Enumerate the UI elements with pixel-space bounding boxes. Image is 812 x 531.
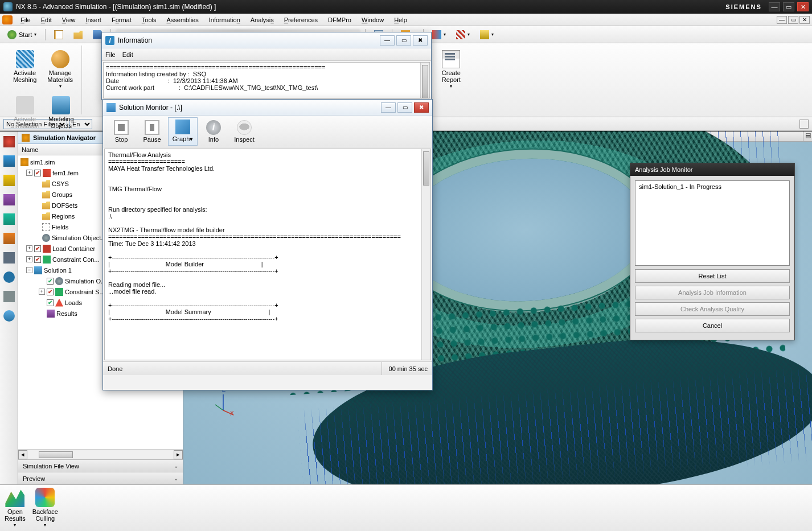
resource-icon-10[interactable] — [3, 310, 15, 322]
accordion-sim-file-view[interactable]: Simulation File View⌄ — [18, 459, 183, 472]
pause-button[interactable]: Pause — [137, 117, 167, 146]
menu-format[interactable]: Format — [107, 15, 136, 24]
info-menu-edit[interactable]: Edit — [122, 51, 133, 58]
start-icon — [7, 30, 17, 39]
mdi-minimize-button[interactable]: — — [777, 16, 787, 24]
info-minimize-button[interactable]: — — [380, 35, 395, 46]
resource-icon-8[interactable] — [3, 271, 15, 283]
modeling-objects-icon — [52, 96, 70, 114]
solution-monitor-log[interactable]: Thermal/Flow Analysis ==================… — [104, 149, 431, 360]
resource-icon-2[interactable] — [3, 155, 15, 167]
solution-monitor-title: Solution Monitor - [.\] — [119, 104, 378, 112]
navigator-icon — [22, 134, 30, 142]
graph-icon — [175, 120, 190, 134]
information-text-area[interactable]: ========================================… — [103, 62, 430, 98]
menu-edit[interactable]: Edit — [36, 15, 56, 24]
information-window[interactable]: i Information — ▭ ✖ File Edit ==========… — [101, 32, 432, 100]
canvas-options-icon[interactable] — [799, 120, 809, 129]
menu-preferences[interactable]: Preferences — [280, 15, 322, 24]
reset-list-button[interactable]: Reset List — [635, 269, 790, 283]
menubar: FFileile Edit View Insert Format Tools A… — [0, 14, 812, 26]
svg-line-1 — [223, 410, 233, 415]
resource-icon-1[interactable] — [3, 136, 15, 147]
menu-view[interactable]: View — [58, 15, 80, 24]
canvas-pin-icon[interactable]: ▤ — [803, 131, 812, 141]
report-icon — [442, 50, 460, 68]
new-button[interactable] — [50, 28, 67, 41]
solmon-vscrollbar[interactable] — [421, 149, 430, 360]
app-title: NX 8.5 - Advanced Simulation - [(Simulat… — [16, 3, 725, 11]
menu-dfmpro[interactable]: DFMPro — [323, 15, 356, 24]
solmon-maximize-button[interactable]: ▭ — [397, 102, 412, 113]
window-close-button[interactable]: ✕ — [797, 2, 809, 11]
open-results-button[interactable]: Open Results ▾ — [5, 488, 26, 528]
ajm-title: Analysis Job Monitor — [630, 163, 794, 176]
menu-window[interactable]: Window — [357, 15, 388, 24]
stop-button[interactable]: Stop — [106, 117, 136, 146]
app-menu-icon[interactable] — [2, 15, 13, 24]
navigator-hscroll[interactable]: ◂▸ — [18, 449, 183, 459]
solmon-close-button[interactable]: ✖ — [414, 102, 429, 113]
info-maximize-button[interactable]: ▭ — [396, 35, 411, 46]
column-name-header[interactable]: Name — [22, 146, 38, 153]
window-maximize-button[interactable]: ▭ — [783, 2, 794, 11]
menu-file[interactable]: FFileile — [16, 15, 35, 24]
chevron-down-icon: ⌄ — [174, 463, 178, 469]
ajm-job-entry[interactable]: sim1-Solution_1 - In Progress — [639, 183, 786, 190]
backface-culling-button[interactable]: Backface Culling ▾ — [32, 488, 58, 528]
info-circle-icon — [206, 120, 221, 135]
info-close-button[interactable]: ✖ — [413, 35, 428, 46]
analysis-job-information-button: Analysis Job Information — [635, 286, 790, 299]
information-window-title: Information — [118, 36, 376, 44]
tool-btn-d[interactable]: ▾ — [452, 28, 474, 41]
create-report-button[interactable]: Create Report ▾ — [435, 48, 467, 92]
axis-icon — [432, 30, 441, 39]
measure-icon — [456, 30, 465, 39]
resource-icon-7[interactable] — [3, 252, 15, 264]
resource-icon-4[interactable] — [3, 194, 15, 205]
resource-icon-9[interactable] — [3, 291, 15, 302]
analysis-job-monitor-panel[interactable]: Analysis Job Monitor sim1-Solution_1 - I… — [630, 163, 795, 340]
resource-icon-3[interactable] — [3, 175, 15, 186]
menu-insert[interactable]: Insert — [81, 15, 106, 24]
inspect-button[interactable]: Inspect — [229, 117, 259, 146]
menu-tools[interactable]: Tools — [137, 15, 161, 24]
pause-icon — [145, 120, 159, 135]
navigator-title: Simulation Navigator — [33, 134, 96, 141]
menu-analysis[interactable]: Analysis — [246, 15, 278, 24]
tool-btn-e[interactable]: ▾ — [476, 28, 498, 41]
ajm-job-list[interactable]: sim1-Solution_1 - In Progress — [635, 180, 790, 266]
graph-button[interactable]: Graph▾ — [168, 117, 198, 146]
dimension-icon — [480, 30, 489, 39]
cancel-button[interactable]: Cancel — [635, 319, 790, 332]
menu-help[interactable]: Help — [389, 15, 412, 24]
status-left: Done — [108, 365, 122, 372]
svg-line-2 — [215, 405, 223, 410]
open-button[interactable] — [69, 28, 87, 41]
menu-information[interactable]: Information — [204, 15, 245, 24]
accordion-preview[interactable]: Preview⌄ — [18, 472, 183, 484]
nx-app-icon — [3, 2, 13, 11]
mdi-restore-button[interactable]: ▭ — [788, 16, 798, 24]
resource-icon-6[interactable] — [3, 233, 15, 244]
backface-culling-icon — [35, 488, 55, 507]
solution-monitor-window[interactable]: Solution Monitor - [.\] — ▭ ✖ Stop Pause… — [102, 99, 433, 390]
info-menu-file[interactable]: File — [105, 51, 116, 58]
info-button[interactable]: Info — [199, 117, 228, 146]
menu-assemblies[interactable]: Assemblies — [162, 15, 203, 24]
resource-icon-5[interactable] — [3, 213, 15, 225]
window-minimize-button[interactable]: — — [769, 2, 780, 11]
save-icon — [93, 30, 102, 39]
solution-monitor-statusbar: Done 00 min 35 sec — [103, 361, 432, 375]
stop-icon — [114, 120, 129, 135]
manage-materials-button[interactable]: Manage Materials ▾ — [44, 48, 76, 92]
bottom-toolbar: Open Results ▾ Backface Culling ▾ — [0, 484, 812, 531]
mdi-close-button[interactable]: ✕ — [799, 16, 810, 24]
activate-meshing-button[interactable]: Activate Meshing — [9, 48, 41, 92]
start-menu-button[interactable]: Start▾ — [3, 28, 40, 41]
materials-icon — [51, 50, 69, 68]
status-elapsed-time: 00 min 35 sec — [382, 362, 428, 375]
info-vscrollbar[interactable] — [420, 63, 429, 98]
chevron-down-icon: ⌄ — [174, 475, 178, 481]
solmon-minimize-button[interactable]: — — [381, 102, 396, 113]
